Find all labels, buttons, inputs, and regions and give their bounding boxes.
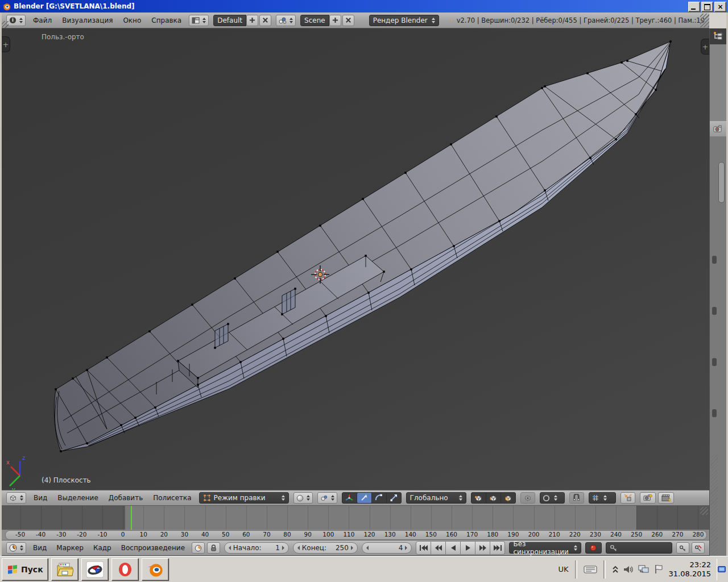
corner-grip[interactable] [2, 21, 9, 28]
editor-type-info-button[interactable]: i [6, 15, 26, 26]
keyboard-icon[interactable] [584, 565, 597, 574]
edge-select-button[interactable] [486, 493, 501, 503]
taskbar-app-2[interactable] [81, 558, 109, 581]
expand-tray-icon[interactable] [612, 565, 619, 574]
properties-sliver-header[interactable] [710, 121, 726, 137]
increment-arrow[interactable] [282, 546, 284, 550]
scale-manipulator-button[interactable] [387, 493, 401, 503]
taskbar-app-blender[interactable] [142, 558, 169, 581]
editor-type-timeline-button[interactable] [6, 542, 26, 554]
decrement-arrow[interactable] [229, 546, 231, 550]
add-scene-button[interactable] [329, 15, 341, 26]
panel-tab-nub[interactable] [712, 256, 717, 264]
start-frame-field[interactable]: Начало: 1 [224, 542, 289, 554]
snap-element-select[interactable] [589, 492, 616, 504]
properties-scrollbar[interactable] [718, 162, 725, 203]
panel-tab-nub[interactable] [712, 307, 717, 315]
taskbar-clock[interactable]: 23:22 31.08.2015 [669, 560, 711, 579]
close-button[interactable]: × [714, 2, 726, 12]
timeline-corner-grip[interactable] [700, 507, 708, 515]
pivot-point-select[interactable] [317, 492, 337, 504]
panel-tab-nub[interactable] [712, 409, 717, 417]
snap-toggle-button[interactable] [569, 492, 584, 504]
scene-field[interactable]: Scene [300, 15, 329, 26]
menu-tl-marker[interactable]: Маркер [53, 544, 86, 552]
opengl-render-image-button[interactable] [640, 492, 656, 504]
volume-icon[interactable] [623, 565, 634, 574]
add-layout-button[interactable] [246, 15, 258, 26]
taskbar-app-explorer[interactable] [51, 558, 78, 581]
lock-range-button[interactable] [207, 542, 220, 554]
jump-to-start-button[interactable] [416, 541, 431, 555]
increment-arrow[interactable] [405, 546, 407, 550]
mode-select[interactable]: Режим правки [199, 492, 289, 504]
menu-help[interactable]: Справка [148, 16, 184, 24]
play-reverse-button[interactable] [446, 541, 461, 555]
next-keyframe-button[interactable] [475, 541, 490, 555]
vertex-select-button[interactable] [471, 493, 486, 503]
header-resize-grip[interactable] [700, 14, 709, 27]
timeline-scrollbar[interactable] [5, 530, 707, 540]
network-icon[interactable] [638, 564, 650, 574]
show-desktop-button[interactable] [717, 559, 726, 580]
delete-scene-button[interactable] [342, 15, 354, 26]
decrement-arrow[interactable] [297, 546, 300, 550]
language-indicator[interactable]: UK [559, 565, 569, 573]
delete-keyframe-button[interactable] [692, 542, 705, 554]
insert-keyframe-button[interactable] [676, 542, 689, 554]
opengl-render-anim-button[interactable] [658, 492, 674, 504]
menu-add[interactable]: Добавить [106, 494, 146, 502]
timeline-ruler[interactable]: -50-40-30-20-100102030405060708090100110… [2, 530, 709, 540]
viewport-shading-select[interactable] [293, 492, 313, 504]
maximize-button[interactable] [701, 2, 713, 12]
play-button[interactable] [461, 541, 475, 555]
viewport-3d[interactable]: z x y Польз.-орто (4) Плоскость + + [2, 28, 709, 490]
current-frame-field[interactable]: 4 [362, 542, 412, 554]
render-engine-select[interactable]: Рендер Blender [369, 15, 439, 26]
delete-layout-button[interactable] [259, 15, 271, 26]
face-select-button[interactable] [501, 493, 515, 503]
snap-project-button[interactable] [621, 492, 635, 504]
window-titlebar[interactable]: Blender [G:\SVETLANA\1.blend] × [0, 0, 728, 13]
taskbar-app-opera[interactable] [111, 558, 139, 581]
rotate-manipulator-button[interactable] [372, 493, 387, 503]
end-frame-field[interactable]: Конец: 250 [293, 542, 358, 554]
menu-view[interactable]: Вид [31, 494, 50, 502]
auto-keyframe-button[interactable] [585, 542, 602, 554]
toolshelf-expand-tab[interactable]: + [2, 36, 10, 52]
properties-expand-tab[interactable]: + [701, 39, 709, 55]
manipulator-toggle-button[interactable] [342, 493, 357, 503]
menu-mesh[interactable]: Полисетка [150, 494, 194, 502]
outliner-sliver-header[interactable] [710, 28, 726, 45]
timeline-canvas[interactable]: -50-40-30-20-100102030405060708090100110… [2, 506, 709, 540]
preview-range-button[interactable] [192, 542, 205, 554]
menu-tl-frame[interactable]: Кадр [90, 544, 114, 552]
menu-tl-playback[interactable]: Воспроизведение [118, 544, 188, 552]
screen-layout-icon-button[interactable] [189, 15, 209, 26]
scene-icon-button[interactable] [276, 15, 296, 26]
sync-mode-select[interactable]: Без синхронизации [509, 542, 581, 554]
translate-manipulator-button[interactable] [357, 493, 372, 503]
start-button[interactable]: Пуск [2, 558, 48, 581]
menu-render[interactable]: Визуализация [59, 16, 115, 24]
outliner-sliver-body[interactable] [710, 44, 726, 122]
limit-selection-visible-button[interactable] [520, 492, 535, 504]
minimize-button[interactable] [688, 2, 700, 12]
increment-arrow[interactable] [351, 546, 353, 550]
timeline-playhead[interactable] [131, 506, 132, 530]
transform-orientation-select[interactable]: Глобально [406, 492, 466, 504]
menu-tl-view[interactable]: Вид [30, 544, 49, 552]
editor-type-3dview-button[interactable] [6, 492, 26, 504]
properties-sliver-body[interactable] [710, 136, 726, 556]
proportional-edit-select[interactable] [540, 492, 565, 504]
screen-layout-field[interactable]: Default [213, 15, 246, 26]
keying-set-field[interactable] [606, 542, 672, 554]
jump-to-end-button[interactable] [490, 541, 505, 555]
prev-keyframe-button[interactable] [431, 541, 446, 555]
panel-tab-nub[interactable] [712, 358, 717, 366]
menu-window[interactable]: Окно [120, 16, 144, 24]
flag-icon[interactable] [654, 564, 664, 574]
menu-select[interactable]: Выделение [55, 494, 101, 502]
menu-file[interactable]: Файл [30, 16, 55, 24]
decrement-arrow[interactable] [366, 546, 369, 550]
